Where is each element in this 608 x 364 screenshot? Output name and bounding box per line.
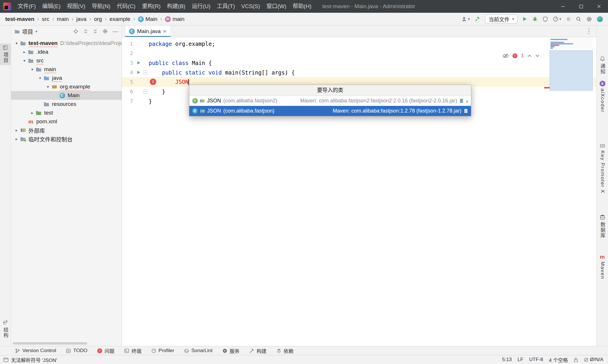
code-line-4[interactable]: 4 − public static void main(String[] arg… [122,68,596,77]
build-project-button[interactable] [475,16,480,22]
line-number[interactable]: 4 [122,70,135,75]
breadcrumb-item-org[interactable]: org [94,16,102,22]
menu-build[interactable]: 构建(B) [164,0,188,13]
tree-item-src[interactable]: ▾ src [11,56,122,65]
error-stripe-mark[interactable] [544,87,550,88]
chevron-down-icon[interactable]: ▾ [45,84,51,89]
previous-error-icon[interactable] [528,55,532,57]
settings-gear-icon[interactable] [102,29,108,34]
status-panel-icon[interactable] [3,358,8,362]
breadcrumb-item-main-dir[interactable]: main [57,16,69,22]
editor-tab-main-java[interactable]: C Main.java × [125,26,171,37]
project-view-selector[interactable]: 项目 ▾ [15,28,37,35]
breadcrumb-item-main-class[interactable]: C Main [138,16,157,22]
tool-button-todo[interactable]: TODO [66,348,87,354]
close-tab-icon[interactable]: × [163,28,166,34]
menu-run[interactable]: 运行(U) [188,0,213,13]
chevron-right-icon[interactable]: ▸ [29,111,35,115]
line-number[interactable]: 3 [122,60,135,66]
next-error-icon[interactable] [535,55,539,57]
collapse-all-button[interactable] [93,29,98,34]
lock-icon[interactable] [574,357,578,362]
caret-position[interactable]: 5:13 [502,357,512,363]
menu-tools[interactable]: 工具(T) [214,0,238,13]
tool-button-structure[interactable]: 结构 [0,318,11,340]
breadcrumb-item-main-method[interactable]: m main [165,16,184,22]
menu-view[interactable]: 视图(V) [64,0,89,13]
tree-item-scratches[interactable]: ▸ 临时文件和控制台 [11,135,122,143]
debug-button[interactable] [532,16,538,22]
run-button[interactable] [522,17,527,21]
run-class-gutter-icon[interactable] [135,61,142,65]
error-bulb-icon[interactable]: ! [150,79,156,85]
menu-refactor[interactable]: 重构(R) [139,0,164,13]
chevron-right-icon[interactable]: ▸ [13,128,20,133]
chevron-right-icon[interactable]: ▸ [21,50,28,54]
tool-button-notifications[interactable]: 通知 [597,55,608,76]
chevron-right-icon[interactable]: ▸ [13,137,20,141]
tool-button-project[interactable]: 项目 [0,44,11,65]
tree-item-main-class[interactable]: C Main [11,91,122,100]
menu-code[interactable]: 代码(C) [114,0,138,13]
chevron-down-icon[interactable]: ▾ [21,58,28,63]
hide-panel-button[interactable]: — [113,28,118,35]
menu-navigate[interactable]: 导航(N) [89,0,114,13]
plugin-status-icon[interactable] [597,16,603,22]
encoding-indicator[interactable]: UTF-8 [529,357,543,363]
indent-indicator[interactable]: 4 个空格 [549,356,568,363]
tree-item-org-example[interactable]: ▾ org.example [11,82,122,91]
run-with-coverage-button[interactable] [543,17,548,22]
maximize-button[interactable] [572,0,590,13]
tree-item-resources[interactable]: resources [11,100,122,108]
minimap-viewport[interactable] [550,50,593,90]
tool-button-version-control[interactable]: Version Control [15,348,56,354]
chevron-down-icon[interactable]: ▾ [37,76,43,80]
settings-gear-button[interactable] [586,16,592,22]
tool-button-terminal[interactable]: 终端 [124,347,141,354]
expand-all-button[interactable] [83,29,88,34]
close-button[interactable] [590,0,608,13]
run-configuration-select[interactable]: 当前文件 ▾ [485,15,518,23]
line-separator-indicator[interactable]: LF [518,357,524,363]
search-everywhere-button[interactable] [576,16,581,22]
tool-button-database[interactable]: 数据库 [597,213,608,240]
tree-item-idea[interactable]: ▸ .idea [11,48,122,56]
error-indicator-icon[interactable]: ! [512,53,517,58]
menu-edit[interactable]: 编辑(E) [39,0,64,13]
breadcrumb-item-example[interactable]: example [109,16,130,22]
menu-file[interactable]: 文件(F) [15,0,39,13]
horizontal-scrollbar[interactable] [13,342,87,345]
menu-help[interactable]: 帮助(H) [289,0,314,13]
import-option-fastjson[interactable]: C JSON (com.alibaba.fastjson) Maven: com… [189,106,471,116]
minimap[interactable] [549,37,593,92]
tool-button-profiler[interactable]: Profiler [151,348,174,354]
highlighting-level-icon[interactable] [503,54,509,58]
code-line-1[interactable]: 1 package org.example; [122,39,596,48]
line-number[interactable]: 2 [122,50,135,56]
tool-button-sonarlint[interactable]: SonarLint [184,348,213,354]
tool-button-build[interactable]: 构建 [249,347,267,354]
tree-item-test-maven[interactable]: ▾ test-maven D:\IdeaProjects\IdeaProje [11,39,122,48]
menu-window[interactable]: 窗口(W) [263,0,289,13]
tree-item-pom-xml[interactable]: m pom.xml [11,117,122,126]
editor-body[interactable]: 1 package org.example; 2 3 public class … [122,37,596,346]
tree-item-java[interactable]: ▾ java [11,74,122,82]
tool-button-key-promoter[interactable]: Key Promoter X [597,142,608,195]
breadcrumb-item-project[interactable]: test-maven [5,16,34,22]
line-number[interactable]: 1 [122,41,135,47]
profiler-button[interactable]: ▾ [553,16,561,22]
chevron-down-icon[interactable]: ▾ [13,41,20,46]
breadcrumb-item-src[interactable]: src [42,16,49,22]
tab-overflow-menu-icon[interactable]: ⋮ [586,27,592,35]
tool-button-maven[interactable]: m Maven [597,252,608,281]
fold-marker-icon[interactable]: − [143,90,147,94]
run-method-gutter-icon[interactable] [135,70,142,74]
line-number[interactable]: 5 [122,79,135,85]
tool-button-dependencies[interactable]: 依赖 [276,347,294,354]
user-account-button[interactable]: ▾ [461,16,470,22]
fold-marker-icon[interactable]: − [143,70,147,75]
locate-file-button[interactable] [73,29,78,34]
tree-item-test[interactable]: ▸ test [11,108,122,117]
code-line-3[interactable]: 3 public class Main { [122,58,596,68]
breadcrumb-item-java[interactable]: java [76,16,87,22]
